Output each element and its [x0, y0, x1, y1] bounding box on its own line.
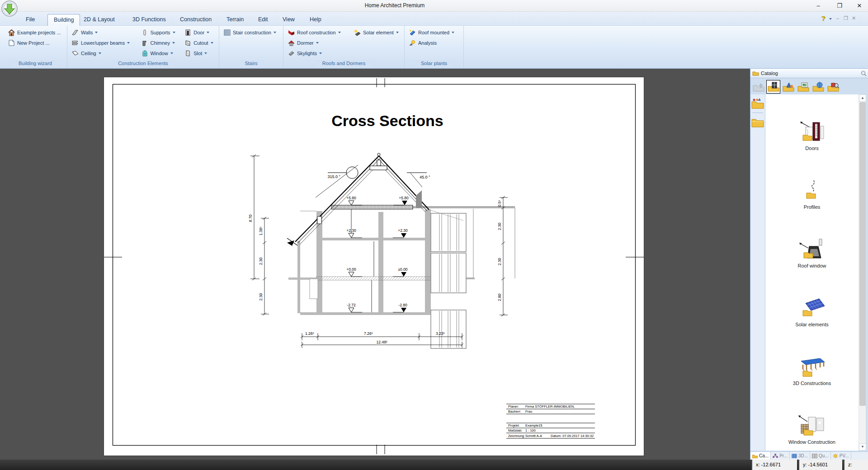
window-restore-button[interactable]: ❐: [832, 0, 847, 11]
drawing-canvas[interactable]: Cross Sections: [0, 69, 750, 460]
door-button[interactable]: Door: [183, 27, 219, 38]
ceiling-button[interactable]: Ceiling: [70, 48, 140, 58]
slot-dropdown-icon[interactable]: [204, 52, 207, 56]
door-dropdown-icon[interactable]: [207, 32, 209, 35]
level-label: +5.80: [346, 196, 356, 200]
stair-construction-dropdown-icon[interactable]: [274, 32, 276, 35]
tab-help[interactable]: Help: [304, 14, 327, 26]
angle-right-label: 45.0 °: [420, 175, 430, 179]
catalog-plain-folder-icon[interactable]: [751, 116, 764, 127]
catalog-objects-icon[interactable]: [781, 80, 795, 94]
catalog-header[interactable]: Catalog: [750, 69, 868, 78]
analysis-button[interactable]: Analysis: [407, 38, 463, 48]
roof-construction-button[interactable]: Roof construction: [286, 27, 352, 38]
catalog-item-label: Solar elements: [765, 322, 859, 327]
catalog-item-3d-constructions[interactable]: 3D Constructions: [765, 355, 859, 386]
chimney-button[interactable]: Chimney: [140, 38, 183, 48]
scrollbar-thumb[interactable]: [859, 102, 866, 406]
example-projects-button[interactable]: Example projects ...: [6, 27, 67, 38]
catalog-scrollbar[interactable]: ▲ ▼: [859, 94, 866, 451]
titleblock-planer-label: Planer:: [508, 404, 519, 409]
catalog-item-roof-window[interactable]: Roof window: [765, 237, 859, 268]
search-icon[interactable]: [861, 70, 867, 76]
help-dropdown-icon[interactable]: [829, 18, 832, 21]
walls-dropdown-icon[interactable]: [95, 32, 98, 35]
slot-label: Slot: [193, 51, 202, 56]
level-label: +0.00: [346, 267, 356, 272]
tab-file[interactable]: File: [20, 14, 41, 26]
window-label: Window: [151, 51, 168, 56]
stair-construction-button[interactable]: Stair construction: [222, 27, 283, 38]
window-minimize-button[interactable]: –: [811, 0, 826, 11]
solar-element-dropdown-icon[interactable]: [396, 32, 399, 35]
window-close-button[interactable]: ✕: [852, 0, 867, 11]
roof-mounted-button[interactable]: Roof mounted: [407, 27, 463, 38]
chimney-dropdown-icon[interactable]: [172, 42, 175, 45]
new-project-button[interactable]: New Project ...: [6, 38, 67, 48]
tab-3d-functions[interactable]: 3D Functions: [127, 14, 172, 26]
catalog-item-label: Window Construction: [765, 439, 859, 445]
window-dropdown-icon[interactable]: [170, 52, 173, 56]
ribbon-restore-icon[interactable]: ❐: [844, 15, 848, 21]
dim-label: 3.23⁵: [436, 331, 445, 336]
catalog-textures-icon[interactable]: [796, 80, 810, 94]
catalog-group-objects-folder-icon[interactable]: [751, 97, 764, 109]
titleblock-planer-value: Firma STÖFFLER-IMMOBILIEN,: [525, 404, 575, 409]
window-button[interactable]: Window: [140, 48, 183, 58]
chimney-icon: [141, 39, 149, 47]
level-markers: +5.80 +5.80 +2.30 +2.30 +0.00 ±0.00 -2.7…: [346, 196, 409, 312]
skylights-button[interactable]: Skylights: [286, 48, 352, 58]
catalog-up-icon[interactable]: [751, 80, 765, 94]
supports-button[interactable]: Supports: [140, 27, 183, 38]
tab-edit[interactable]: Edit: [252, 14, 274, 26]
status-x-coordinate: x: -12.6671: [751, 460, 797, 470]
supports-dropdown-icon[interactable]: [173, 32, 175, 35]
ceiling-dropdown-icon[interactable]: [99, 52, 101, 56]
beams-icon: [71, 39, 79, 47]
tab-view[interactable]: View: [277, 14, 301, 26]
slot-button[interactable]: Slot: [183, 48, 219, 58]
tab-2d-layout[interactable]: 2D & Layout: [78, 14, 121, 26]
catalog-item-profiles[interactable]: Profiles: [765, 179, 859, 210]
folder-icon: [752, 70, 759, 76]
tab-building[interactable]: Building: [47, 14, 80, 26]
catalog-item-doors[interactable]: Doors: [765, 120, 859, 151]
tab-terrain[interactable]: Terrain: [221, 14, 250, 26]
app-logo-icon: [1, 0, 18, 17]
level-label: ±0.00: [398, 267, 407, 272]
catalog-item-solar-elements[interactable]: Solar elements: [765, 296, 859, 327]
panel-tab-pv[interactable]: PV...: [831, 452, 851, 460]
panel-tab-project[interactable]: Pr...: [771, 452, 790, 460]
scroll-up-icon[interactable]: ▲: [859, 94, 866, 102]
panel-tab-3d[interactable]: 3D...: [790, 452, 810, 460]
walls-button[interactable]: Walls: [70, 27, 140, 38]
wall-icon: [71, 29, 79, 36]
skylights-dropdown-icon[interactable]: [319, 52, 322, 56]
panel-tab-quantities[interactable]: Qu...: [810, 452, 831, 460]
solar-element-button[interactable]: Solar element: [352, 27, 403, 38]
lower-upper-beams-button[interactable]: Lower/upper beams: [70, 38, 140, 48]
help-icon[interactable]: ?: [821, 14, 826, 22]
catalog-web-icon[interactable]: [811, 80, 825, 94]
tab-construction[interactable]: Construction: [174, 14, 217, 26]
application-button[interactable]: [1, 0, 18, 17]
roof-mounted-dropdown-icon[interactable]: [452, 32, 454, 35]
dim-label: 2.30: [259, 293, 263, 301]
drawing-sheet[interactable]: Cross Sections: [104, 77, 644, 456]
catalog-windows-doors-icon[interactable]: [766, 80, 780, 94]
ribbon-close-icon[interactable]: ✕: [852, 15, 856, 21]
catalog-item-window-construction[interactable]: Window Construction: [765, 414, 859, 445]
scroll-down-icon[interactable]: ▼: [859, 443, 866, 451]
panel-tab-catalog[interactable]: Ca...: [750, 452, 771, 460]
cutout-dropdown-icon[interactable]: [211, 42, 213, 45]
dormer-dropdown-icon[interactable]: [316, 42, 319, 45]
cutout-button[interactable]: Cutout: [183, 38, 219, 48]
group-building-wizard: Example projects ... New Project ... Bui…: [4, 26, 67, 68]
titleblock-massstab-value: 1 : 100: [525, 428, 536, 432]
dormer-button[interactable]: Dormer: [286, 38, 352, 48]
ribbon-minimize-icon[interactable]: –: [836, 15, 839, 21]
lower-upper-beams-dropdown-icon[interactable]: [127, 42, 130, 45]
roof-construction-dropdown-icon[interactable]: [338, 32, 341, 35]
titleblock-zeichnung-value: Schnitt A-A: [525, 434, 542, 438]
catalog-search-objects-icon[interactable]: [826, 80, 840, 94]
